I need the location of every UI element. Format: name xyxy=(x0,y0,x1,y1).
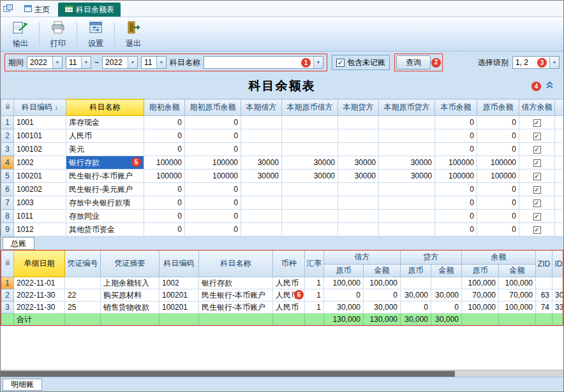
amount-cell[interactable]: 0 xyxy=(435,223,477,236)
amount-cell[interactable]: 100000 xyxy=(477,170,519,183)
amount-cell[interactable]: 70,000 xyxy=(499,289,536,301)
amount-cell[interactable] xyxy=(241,143,282,156)
row-number-cell-current[interactable]: 4 xyxy=(1,156,14,170)
chevron-down-icon[interactable]: ▼ xyxy=(549,57,559,68)
row-number-cell[interactable]: 2 xyxy=(1,289,14,301)
tab-subject-balance[interactable]: 科目余额表 xyxy=(58,3,121,17)
amount-cell[interactable]: 0 xyxy=(185,129,241,143)
amount-cell[interactable]: 0 xyxy=(324,289,364,301)
amount-cell[interactable]: 0 xyxy=(185,143,241,156)
col-header-code[interactable]: 科目编码 ↓ xyxy=(14,99,66,116)
id-cell[interactable]: 33 xyxy=(553,301,564,314)
amount-cell[interactable]: 100,000 xyxy=(324,277,364,289)
subject-name-combo[interactable]: 1 ▼ xyxy=(204,56,323,69)
debit-balance-checkbox[interactable]: ✓ xyxy=(533,200,541,207)
col-header-name[interactable]: 科目名称 xyxy=(199,250,273,277)
level-combo[interactable]: 1, 2 3 ▼ xyxy=(512,56,560,69)
from-year-combo[interactable]: 2022▼ xyxy=(27,56,63,69)
summary-cell[interactable]: 购买原材料 xyxy=(101,289,160,301)
amount-cell[interactable]: 30,000 xyxy=(364,301,401,314)
col-header-summary[interactable]: 凭证摘要 xyxy=(101,250,160,277)
col-header-begin-balance[interactable]: 期初余额 xyxy=(144,99,185,116)
checkbox-cell[interactable]: ✓ xyxy=(519,183,555,196)
amount-cell[interactable]: 0 xyxy=(144,196,185,210)
amount-cell[interactable]: 0 xyxy=(185,223,241,236)
amount-cell[interactable]: 0 xyxy=(477,223,519,236)
amount-cell[interactable]: 0 xyxy=(144,143,185,156)
chevron-down-icon[interactable]: ▼ xyxy=(313,57,323,68)
amount-cell[interactable]: 0 xyxy=(144,116,185,129)
name-cell[interactable]: 民生银行-本币账户 xyxy=(199,301,273,314)
query-button[interactable]: 查询 xyxy=(396,55,431,69)
row-number-cell[interactable]: 5 xyxy=(1,170,14,183)
col-header-rate[interactable]: 汇率 xyxy=(305,250,324,277)
code-cell[interactable]: 1012 xyxy=(14,223,66,236)
name-cell[interactable]: 民生银行-本币账户 xyxy=(199,289,273,301)
amount-cell[interactable]: 30000 xyxy=(282,170,338,183)
col-header-currency[interactable]: 币种 xyxy=(273,250,305,277)
amount-cell[interactable] xyxy=(241,183,282,196)
amount-cell[interactable]: 100000 xyxy=(144,170,185,183)
amount-cell[interactable]: 30000 xyxy=(338,170,379,183)
col-header-balance-group[interactable]: 余额 xyxy=(462,250,536,265)
amount-cell[interactable] xyxy=(241,210,282,223)
detail-row[interactable]: 2 2022-11-30 22 购买原材料 100201 民生银行-本币账户 人… xyxy=(1,289,564,301)
amount-cell[interactable] xyxy=(241,116,282,129)
row-number-cell[interactable]: 2 xyxy=(1,129,14,143)
amount-cell[interactable]: 0 xyxy=(435,116,477,129)
amount-cell[interactable]: 100,000 xyxy=(462,277,499,289)
name-cell-selected[interactable]: 银行存款 5 xyxy=(66,156,144,170)
detail-row[interactable]: 1 2022-11-01 上期余额转入 1002 银行存款 人民币 1 100,… xyxy=(1,277,564,289)
amount-cell[interactable] xyxy=(379,223,435,236)
amount-cell[interactable] xyxy=(379,210,435,223)
collapse-icon[interactable] xyxy=(545,81,554,92)
amount-cell[interactable] xyxy=(241,196,282,210)
debit-balance-checkbox[interactable]: ✓ xyxy=(533,146,541,154)
balance-row[interactable]: 7 1003 存放中央银行款项 0 0 0 0 ✓ xyxy=(1,196,564,210)
amount-cell[interactable] xyxy=(282,196,338,210)
id-cell[interactable]: 30 xyxy=(553,289,564,301)
checkbox-cell[interactable]: ✓ xyxy=(519,170,555,183)
amount-cell[interactable] xyxy=(282,116,338,129)
export-button[interactable]: 输出 xyxy=(3,18,38,50)
amount-cell[interactable]: 0 xyxy=(144,223,185,236)
col-header-debit-orig[interactable]: 原币 xyxy=(324,265,364,277)
to-month-combo[interactable]: 11▼ xyxy=(141,56,167,69)
print-button[interactable]: 打印 xyxy=(41,18,75,50)
debit-balance-checkbox[interactable]: ✓ xyxy=(533,186,541,194)
amount-cell[interactable]: 0 xyxy=(477,210,519,223)
amount-cell[interactable]: 30,000 xyxy=(431,289,462,301)
balance-row[interactable]: 8 1011 存放同业 0 0 0 0 ✓ xyxy=(1,210,564,223)
amount-cell[interactable]: 0 xyxy=(435,183,477,196)
code-cell[interactable]: 1002 xyxy=(14,156,66,170)
summary-cell[interactable]: 上期余额转入 xyxy=(101,277,160,289)
col-header-period-orig-credit[interactable]: 本期原币贷方 xyxy=(379,99,435,116)
amount-cell[interactable]: 100,000 xyxy=(364,277,401,289)
date-cell[interactable]: 2022-11-01 xyxy=(14,277,65,289)
amount-cell[interactable]: 100000 xyxy=(185,156,241,170)
amount-cell[interactable]: 0 xyxy=(185,196,241,210)
amount-cell[interactable]: 0 xyxy=(144,183,185,196)
col-header-code[interactable]: 科目编码 xyxy=(160,250,199,277)
code-cell[interactable]: 100201 xyxy=(160,289,199,301)
currency-cell[interactable]: 人民币 6 xyxy=(273,289,305,301)
amount-cell[interactable]: 30,000 xyxy=(401,289,431,301)
col-header-date[interactable]: 单据日期 xyxy=(14,250,65,277)
checkbox-cell[interactable]: ✓ xyxy=(519,210,555,223)
amount-cell[interactable] xyxy=(338,116,379,129)
col-header-debit-balance[interactable]: 借方余额 xyxy=(519,99,555,116)
horizontal-scrollbar[interactable] xyxy=(1,370,563,377)
name-cell[interactable]: 存放中央银行款项 xyxy=(66,196,144,210)
checkbox-cell[interactable]: ✓ xyxy=(519,143,555,156)
amount-cell[interactable]: 30000 xyxy=(379,170,435,183)
amount-cell[interactable]: 0 xyxy=(364,289,401,301)
amount-cell[interactable]: 0 xyxy=(435,210,477,223)
amount-cell[interactable] xyxy=(338,223,379,236)
amount-cell[interactable]: 30,000 xyxy=(324,301,364,314)
id-cell[interactable] xyxy=(553,277,564,289)
col-header-orig-balance[interactable]: 原币余额 xyxy=(477,99,519,116)
voucher-cell[interactable]: 25 xyxy=(65,301,101,314)
row-number-cell[interactable]: 9 xyxy=(1,223,14,236)
code-cell[interactable]: 100201 xyxy=(160,301,199,314)
date-cell[interactable]: 2022-11-30 xyxy=(14,301,65,314)
